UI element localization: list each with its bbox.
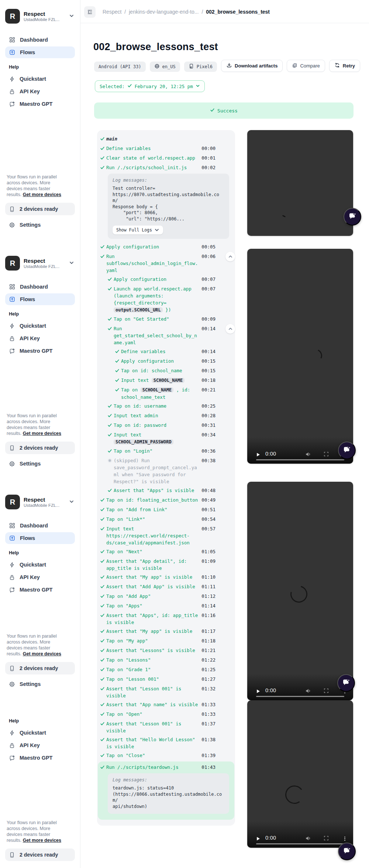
- step-timestamp: 00:48: [201, 487, 215, 494]
- step-timestamp: 01:12: [201, 593, 215, 600]
- devices-ready-status[interactable]: 2 devices ready: [5, 848, 75, 861]
- devices-ready-status[interactable]: 2 devices ready: [5, 203, 75, 215]
- volume-icon[interactable]: [305, 687, 312, 694]
- devices-promo-text: Your flows run in parallel across device…: [7, 633, 64, 657]
- step-label: Define variables: [121, 348, 201, 355]
- check-icon: [100, 752, 106, 760]
- get-more-devices-link[interactable]: Get more devices: [23, 431, 61, 436]
- device-recording-video[interactable]: 0:00: [247, 700, 353, 848]
- step-timestamp: 01:22: [201, 656, 215, 663]
- devices-ready-status[interactable]: 2 devices ready: [5, 662, 75, 674]
- step-timestamp: 00:14: [201, 348, 215, 355]
- feedback-button[interactable]: [338, 442, 356, 459]
- device-recording-video[interactable]: 0:00: [247, 249, 353, 464]
- sidebar-item-settings[interactable]: Settings: [5, 865, 75, 868]
- play-icon[interactable]: [255, 689, 261, 694]
- collapse-step-button[interactable]: [225, 324, 235, 334]
- sidebar-item-api-key[interactable]: API Key: [5, 332, 75, 344]
- step-timestamp: 01:18: [201, 637, 215, 644]
- sidebar-item-maestro-gpt[interactable]: Maestro GPT: [5, 98, 75, 110]
- sidebar-item-flows[interactable]: Flows: [5, 293, 75, 305]
- sidebar-item-api-key[interactable]: API Key: [5, 571, 75, 583]
- step-timestamp: 00:49: [201, 496, 215, 503]
- devices-promo-text: Your flows run in parallel across device…: [7, 174, 64, 198]
- video-progress-bar[interactable]: [256, 459, 344, 461]
- org-name: Respect: [24, 11, 59, 17]
- compare-button[interactable]: Compare: [287, 60, 325, 72]
- step-timestamp: 01:38: [201, 736, 215, 743]
- step-timestamp: 01:33: [201, 701, 215, 708]
- step-timestamp: 00:38: [201, 457, 215, 464]
- play-icon[interactable]: [255, 836, 261, 841]
- play-icon[interactable]: [255, 452, 261, 457]
- check-icon: [107, 402, 114, 410]
- sidebar-item-dashboard[interactable]: Dashboard: [5, 34, 75, 46]
- video-progress-bar[interactable]: [256, 843, 344, 845]
- get-more-devices-link[interactable]: Get more devices: [23, 192, 61, 197]
- org-switcher[interactable]: R Respect UstadMobile FZL...: [5, 255, 75, 271]
- sidebar-item-api-key[interactable]: API Key: [5, 739, 75, 751]
- fullscreen-icon[interactable]: [323, 835, 329, 841]
- check-icon: [100, 720, 106, 728]
- feedback-button[interactable]: [337, 674, 355, 692]
- fullscreen-icon[interactable]: [323, 688, 329, 694]
- sidebar-item-settings[interactable]: Settings: [5, 678, 75, 690]
- sidebar-item-maestro-gpt[interactable]: Maestro GPT: [5, 752, 75, 764]
- step-label: Tap on id: username: [114, 402, 201, 409]
- flows-icon: [9, 296, 15, 303]
- devices-ready-status[interactable]: 2 devices ready: [5, 442, 75, 454]
- step-label: Apply configuration: [114, 276, 201, 283]
- sidebar-item-api-key[interactable]: API Key: [5, 86, 75, 97]
- collapse-step-button[interactable]: [225, 252, 235, 261]
- breadcrumb-item[interactable]: 002_browse_lessons_test: [206, 9, 270, 15]
- device-icon: [9, 665, 15, 672]
- step-timestamp: 01:21: [201, 647, 215, 654]
- show-full-logs-button[interactable]: Show Full Logs: [113, 226, 163, 234]
- feedback-button[interactable]: [344, 208, 361, 226]
- breadcrumb-item[interactable]: Respect: [103, 9, 121, 15]
- step-row: Tap on "Get Started"00:09: [100, 316, 229, 323]
- sidebar-item-quickstart[interactable]: Quickstart: [5, 727, 75, 739]
- step-timestamp: 00:34: [201, 431, 215, 438]
- sidebar-section-help: Help: [9, 549, 75, 557]
- get-more-devices-link[interactable]: Get more devices: [23, 651, 61, 656]
- sidebar-item-settings[interactable]: Settings: [5, 219, 75, 231]
- volume-icon[interactable]: [305, 835, 312, 842]
- org-logo: R: [5, 256, 20, 271]
- sidebar-item-quickstart[interactable]: Quickstart: [5, 73, 75, 85]
- sidebar-item-maestro-gpt[interactable]: Maestro GPT: [5, 345, 75, 357]
- env-var-chip: SCHOOL_NAME: [152, 378, 184, 383]
- org-switcher[interactable]: R Respect UstadMobile FZL...: [5, 494, 75, 510]
- devices-promo-text: Your flows run in parallel across device…: [7, 413, 64, 436]
- sidebar-item-flows[interactable]: Flows: [5, 532, 75, 544]
- collapse-sidebar-button[interactable]: [84, 6, 96, 18]
- sidebar-item-dashboard[interactable]: Dashboard: [5, 281, 75, 293]
- sidebar-block: R Respect UstadMobile FZL... DashboardFl…: [0, 247, 80, 486]
- step-row: Launch app world.respect.app (launch arg…: [100, 285, 229, 314]
- device-recording-video[interactable]: [247, 130, 353, 236]
- kebab-menu-icon[interactable]: [342, 836, 348, 841]
- phone-icon: [189, 63, 194, 70]
- sidebar-item-maestro-gpt[interactable]: Maestro GPT: [5, 584, 75, 596]
- step-row: Apply configuration00:05: [100, 243, 229, 251]
- sidebar-item-quickstart[interactable]: Quickstart: [5, 559, 75, 571]
- sidebar-item-flows[interactable]: Flows: [5, 46, 75, 58]
- get-more-devices-link[interactable]: Get more devices: [23, 838, 61, 843]
- video-progress-bar[interactable]: [256, 696, 344, 697]
- quickstart-icon: [9, 323, 15, 329]
- sidebar-item-dashboard[interactable]: Dashboard: [5, 520, 75, 531]
- fullscreen-icon[interactable]: [323, 451, 329, 457]
- step-timestamp: 00:15: [201, 358, 215, 365]
- breadcrumb-item[interactable]: jenkins-dev-language-end-to...: [129, 9, 199, 15]
- video-time: 0:00: [265, 451, 276, 457]
- run-selector-dropdown[interactable]: Selected: February 20, 12:25 pm: [95, 80, 205, 92]
- download-artifacts-button[interactable]: Download artifacts: [221, 60, 283, 72]
- step-label: Tap on "Apps": [106, 602, 201, 609]
- feedback-button[interactable]: [338, 843, 356, 860]
- volume-icon[interactable]: [305, 451, 312, 458]
- retry-button[interactable]: Retry: [329, 60, 360, 72]
- sidebar-item-quickstart[interactable]: Quickstart: [5, 320, 75, 332]
- breadcrumb[interactable]: Respect/jenkins-dev-language-end-to.../0…: [103, 0, 270, 23]
- sidebar-item-settings[interactable]: Settings: [5, 458, 75, 470]
- org-switcher[interactable]: R Respect UstadMobile FZL...: [5, 8, 75, 24]
